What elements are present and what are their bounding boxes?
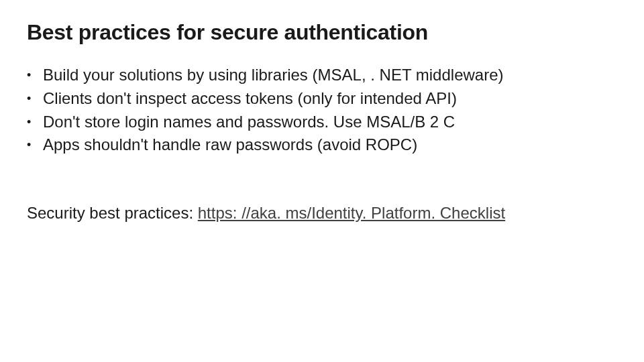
bullet-icon: •: [27, 133, 43, 156]
bullet-text: Build your solutions by using libraries …: [43, 64, 617, 87]
bullet-text: Don't store login names and passwords. U…: [43, 111, 617, 134]
slide-title: Best practices for secure authentication: [27, 20, 617, 45]
list-item: • Build your solutions by using librarie…: [27, 64, 617, 87]
bullet-text: Clients don't inspect access tokens (onl…: [43, 87, 617, 111]
list-item: • Don't store login names and passwords.…: [27, 111, 617, 134]
bullet-text: Apps shouldn't handle raw passwords (avo…: [43, 133, 617, 157]
bullet-icon: •: [27, 64, 43, 86]
bullet-icon: •: [27, 111, 43, 133]
list-item: • Apps shouldn't handle raw passwords (a…: [27, 133, 617, 157]
footer-prefix: Security best practices:: [27, 204, 198, 222]
footer-text: Security best practices: https: //aka. m…: [27, 204, 617, 223]
footer-link[interactable]: https: //aka. ms/Identity. Platform. Che…: [198, 204, 505, 222]
bullet-icon: •: [27, 87, 43, 110]
list-item: • Clients don't inspect access tokens (o…: [27, 87, 617, 111]
bullet-list: • Build your solutions by using librarie…: [27, 64, 617, 157]
